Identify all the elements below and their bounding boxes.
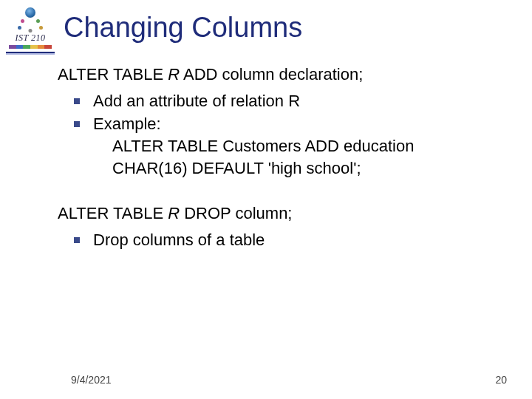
syntax-add: ALTER TABLE R ADD column declaration; xyxy=(58,64,502,86)
example-line-2: CHAR(16) DEFAULT 'high school'; xyxy=(112,157,502,180)
add-bullets: Add an attribute of relation R Example: … xyxy=(58,90,502,180)
bullet-add-attribute: Add an attribute of relation R xyxy=(74,90,502,112)
logo: IST 210 xyxy=(7,7,53,49)
bullet-text: Example: xyxy=(93,115,161,133)
bullet-example: Example: ALTER TABLE Customers ADD educa… xyxy=(74,113,502,179)
example-code: ALTER TABLE Customers ADD education CHAR… xyxy=(93,135,502,179)
syntax-drop-rel: R xyxy=(168,204,180,222)
bullet-text: Add an attribute of relation R xyxy=(93,92,300,110)
title-underline xyxy=(6,52,55,53)
syntax-drop-part2: DROP column; xyxy=(180,204,292,222)
logo-icon xyxy=(18,7,43,31)
syntax-drop: ALTER TABLE R DROP column; xyxy=(58,202,502,225)
slide: IST 210 Changing Columns ALTER TABLE R A… xyxy=(0,0,532,399)
bullet-text: Drop columns of a table xyxy=(93,231,265,249)
bullet-drop: Drop columns of a table xyxy=(74,229,502,251)
section-drop: ALTER TABLE R DROP column; Drop columns … xyxy=(58,202,502,250)
syntax-add-rel: R xyxy=(168,65,180,83)
header-row: IST 210 Changing Columns xyxy=(0,0,532,49)
syntax-add-part2: ADD column declaration; xyxy=(180,65,363,83)
content: ALTER TABLE R ADD column declaration; Ad… xyxy=(0,49,532,251)
syntax-drop-part1: ALTER TABLE xyxy=(58,204,168,222)
drop-bullets: Drop columns of a table xyxy=(58,229,502,251)
footer: 9/4/2021 20 xyxy=(0,374,532,386)
rainbow-bar xyxy=(9,45,52,49)
logo-label: IST 210 xyxy=(16,33,46,44)
footer-page: 20 xyxy=(495,374,507,386)
slide-title: Changing Columns xyxy=(64,13,302,43)
footer-date: 9/4/2021 xyxy=(71,374,112,386)
syntax-add-part1: ALTER TABLE xyxy=(58,65,168,83)
example-line-1: ALTER TABLE Customers ADD education xyxy=(112,135,502,157)
